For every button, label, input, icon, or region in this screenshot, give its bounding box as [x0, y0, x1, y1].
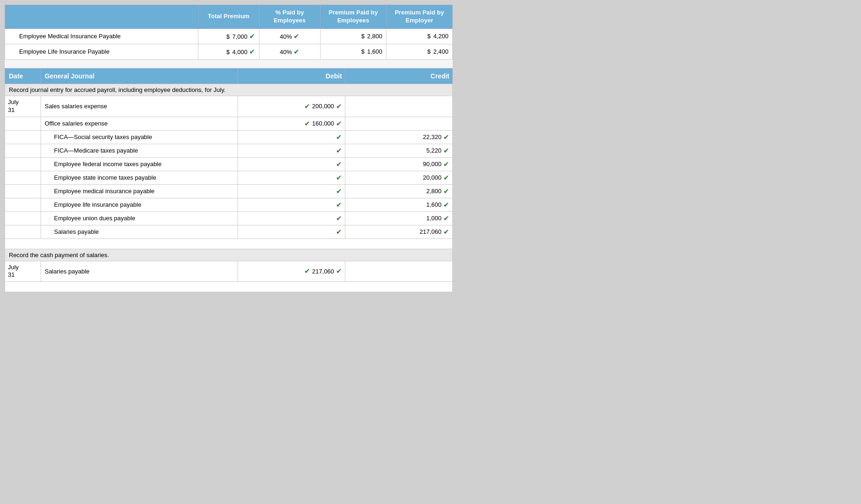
journal-date-empty: [5, 117, 41, 130]
journal-credit[interactable]: 20,000✔: [345, 171, 452, 184]
insurance-emp-premium: $ 1,600: [320, 44, 386, 59]
insurance-row: Employee Life Insurance Payable $ 4,000 …: [5, 44, 453, 59]
credit-value[interactable]: 2,800: [426, 188, 441, 195]
journal-debit: ✔: [238, 130, 345, 144]
journal-debit: ✔: [238, 198, 345, 211]
journal-debit: ✔: [238, 171, 345, 184]
check-icon: ✔: [443, 147, 449, 155]
journal-date-empty: [5, 198, 41, 211]
journal-debit: ✔: [238, 144, 345, 157]
journal-desc: Salaries payable: [41, 225, 238, 238]
credit-value[interactable]: 20,000: [423, 174, 441, 181]
check-icon: ✔: [249, 48, 255, 56]
credit-value[interactable]: 1,600: [426, 201, 441, 208]
journal-debit: ✔: [238, 157, 345, 171]
credit-value[interactable]: 22,320: [423, 133, 441, 140]
check-icon: ✔: [336, 228, 342, 236]
insurance-employer-premium: $ 2,400: [386, 44, 453, 59]
insurance-employer-premium: $ 4,200: [386, 28, 453, 44]
journal-entry-row: Employee life insurance payable ✔ 1,600✔: [5, 198, 453, 211]
journal-entry-row: Employee medical insurance payable ✔ 2,8…: [5, 184, 453, 198]
journal-debit[interactable]: ✔217,060✔: [238, 261, 345, 282]
check-icon: ✔: [304, 267, 310, 275]
journal-desc: Employee union dues payable: [41, 211, 238, 225]
credit-value[interactable]: 217,060: [420, 228, 441, 235]
check-icon: ✔: [336, 201, 342, 209]
check-icon: ✔: [336, 187, 342, 196]
journal-credit[interactable]: 90,000✔: [345, 157, 452, 171]
journal-debit[interactable]: ✔160,000✔: [238, 117, 345, 130]
journal-header-desc: General Journal: [41, 68, 238, 84]
journal-desc: Sales salaries expense: [41, 96, 238, 117]
journal-entry-row: FICA—Medicare taxes payable ✔ 5,220✔: [5, 144, 453, 157]
check-icon: ✔: [443, 214, 449, 223]
credit-value[interactable]: 90,000: [423, 161, 441, 168]
credit-value[interactable]: 1,000: [426, 215, 441, 222]
journal-header-debit: Debit: [238, 68, 345, 84]
insurance-total[interactable]: $ 7,000 ✔: [198, 28, 259, 44]
journal-date-empty: [5, 130, 41, 144]
journal-credit[interactable]: 5,220✔: [345, 144, 452, 157]
journal-credit[interactable]: 22,320✔: [345, 130, 452, 144]
journal-entry-row: FICA—Social security taxes payable ✔ 22,…: [5, 130, 453, 144]
journal-entry-row: Office salaries expense ✔160,000✔: [5, 117, 453, 130]
insurance-table: Total Premium % Paid by Employees Premiu…: [5, 5, 453, 60]
record-note: Record journal entry for accrued payroll…: [5, 84, 453, 96]
journal-desc: FICA—Social security taxes payable: [41, 130, 238, 144]
journal-entry-row: Employee state income taxes payable ✔ 20…: [5, 171, 453, 184]
page-container: Total Premium % Paid by Employees Premiu…: [5, 5, 453, 292]
journal-debit: ✔: [238, 211, 345, 225]
debit-value[interactable]: 160,000: [312, 120, 334, 127]
journal-desc: Employee life insurance payable: [41, 198, 238, 211]
journal-header-date: Date: [5, 68, 41, 84]
check-icon: ✔: [443, 174, 449, 182]
journal-debit: ✔: [238, 225, 345, 238]
check-icon: ✔: [336, 147, 342, 155]
journal-desc: FICA—Medicare taxes payable: [41, 144, 238, 157]
insurance-pct[interactable]: 40% ✔: [259, 44, 320, 59]
check-icon: ✔: [336, 267, 342, 275]
debit-value[interactable]: 200,000: [312, 103, 334, 110]
insurance-header-emp: Premium Paid by Employees: [320, 5, 386, 29]
insurance-total[interactable]: $ 4,000 ✔: [198, 44, 259, 59]
journal-credit[interactable]: 2,800✔: [345, 184, 452, 198]
insurance-row: Employee Medical Insurance Payable $ 7,0…: [5, 28, 453, 44]
journal-date: July31: [5, 96, 41, 117]
insurance-emp-premium: $ 2,800: [320, 28, 386, 44]
credit-value[interactable]: 5,220: [426, 147, 441, 154]
journal-date: July31: [5, 261, 41, 282]
journal-debit: ✔: [238, 184, 345, 198]
journal-date-empty: [5, 157, 41, 171]
check-icon: ✔: [443, 228, 449, 236]
check-icon: ✔: [443, 160, 449, 168]
debit-value[interactable]: 217,060: [312, 268, 334, 275]
check-icon: ✔: [249, 32, 255, 40]
record-note-row: Record the cash payment of salaries.: [5, 249, 453, 261]
journal-desc: Employee state income taxes payable: [41, 171, 238, 184]
check-icon: ✔: [336, 119, 342, 128]
check-icon: ✔: [336, 160, 342, 168]
journal-credit: [345, 117, 452, 130]
check-icon: ✔: [336, 214, 342, 223]
journal-date-empty: [5, 211, 41, 225]
journal-date-empty: [5, 184, 41, 198]
empty-spacer-row: [5, 238, 453, 249]
journal-entry-row: Employee union dues payable ✔ 1,000✔: [5, 211, 453, 225]
insurance-header-employer: Premium Paid by Employer: [386, 5, 453, 29]
journal-date-empty: [5, 171, 41, 184]
journal-credit[interactable]: 1,000✔: [345, 211, 452, 225]
insurance-header-total: Total Premium: [198, 5, 259, 29]
check-icon: ✔: [336, 102, 342, 111]
insurance-header-pct: % Paid by Employees: [259, 5, 320, 29]
journal-debit[interactable]: ✔200,000✔: [238, 96, 345, 117]
journal-entry-row: Salaries payable ✔ 217,060✔: [5, 225, 453, 238]
record-note-row: Record journal entry for accrued payroll…: [5, 84, 453, 96]
journal-credit[interactable]: 1,600✔: [345, 198, 452, 211]
journal-entry-row: July31 Salaries payable ✔217,060✔: [5, 261, 453, 282]
check-icon: ✔: [336, 174, 342, 182]
journal-entry-row: Employee federal income taxes payable ✔ …: [5, 157, 453, 171]
insurance-label: Employee Medical Insurance Payable: [5, 28, 198, 44]
record-note: Record the cash payment of salaries.: [5, 249, 453, 261]
insurance-pct[interactable]: 40% ✔: [259, 28, 320, 44]
journal-credit[interactable]: 217,060✔: [345, 225, 452, 238]
